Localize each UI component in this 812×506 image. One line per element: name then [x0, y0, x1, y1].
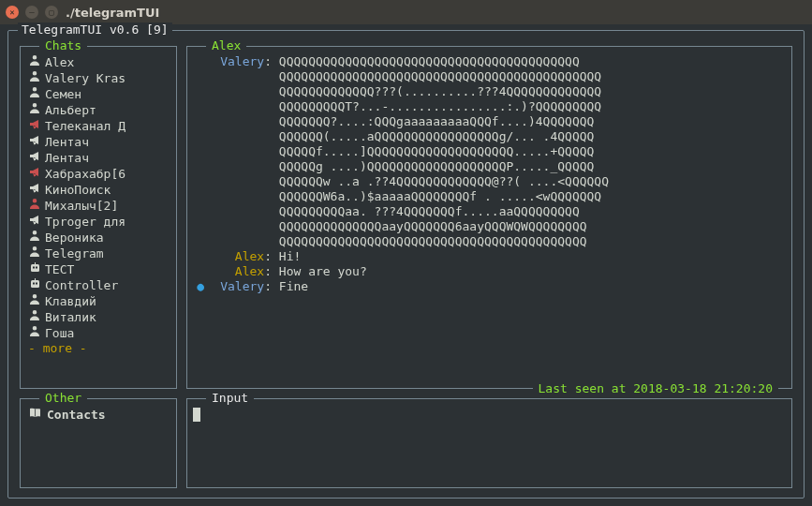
- chat-list-item[interactable]: Клавдий: [26, 293, 170, 309]
- message-line: QQQQQQQQQQQQQQQQQQQQQQQQQQQQQQQQQQQQQQQQ…: [197, 234, 782, 249]
- message-line: QQQQQQQQQQQQQ???(..........???4QQQQQQQQQ…: [197, 84, 782, 99]
- message-input[interactable]: [193, 407, 786, 422]
- message-sender: Alex: [235, 264, 264, 278]
- mega-icon: [28, 118, 41, 134]
- message-body: QQQQQQw ..a .??4QQQQQQQQQQQQQ@??( ....<Q…: [272, 174, 609, 189]
- chat-list-item-label: Клавдий: [45, 294, 96, 309]
- terminal-area: TelegramTUI v0.6 [9] Chats AlexValery Kr…: [0, 24, 812, 506]
- mega-icon: [28, 134, 41, 150]
- chat-list-item[interactable]: Tproger для: [26, 214, 170, 230]
- chats-panel-label: Chats: [39, 38, 87, 53]
- unread-dot-icon: [197, 159, 206, 174]
- chat-list-item[interactable]: Valery Kras: [26, 70, 170, 86]
- unread-dot-icon: ●: [197, 279, 206, 294]
- robot-icon: [28, 261, 41, 277]
- message-body: Hi!: [272, 249, 301, 264]
- chat-list-item[interactable]: Alex: [26, 54, 170, 70]
- svg-rect-3: [35, 262, 36, 264]
- chat-list-item[interactable]: Телеканал Д: [26, 118, 170, 134]
- chat-list-item[interactable]: Controller: [26, 277, 170, 293]
- unread-dot-icon: [197, 204, 206, 219]
- svg-rect-2: [36, 267, 37, 269]
- message-line: QQQQQQQQQQQQQQaayQQQQQQQ6aayQQQWQWQQQQQQ…: [197, 219, 782, 234]
- window-maximize-icon[interactable]: ▢: [45, 6, 58, 19]
- chat-list-item-label: ТЕСТ: [45, 262, 74, 277]
- chat-list-item-label: Telegram: [45, 246, 104, 261]
- message-body: How are you?: [272, 264, 367, 279]
- mega-icon: [28, 166, 41, 182]
- message-body: QQQQQQ(.....aQQQQQQQQQQQQQQQQQg/... .4QQ…: [272, 129, 594, 144]
- message-line: QQQQQQw ..a .??4QQQQQQQQQQQQQ@??( ....<Q…: [197, 174, 782, 189]
- svg-rect-4: [31, 280, 39, 288]
- message-sender: Valery: [220, 279, 264, 293]
- message-line: QQQQQg ....)QQQQQQQQQQQQQQQQQQQP....._QQ…: [197, 159, 782, 174]
- unread-dot-icon: [197, 234, 206, 249]
- chat-list-item[interactable]: Лентач: [26, 150, 170, 166]
- message-line: QQQQQQW6a..)$aaaaaQQQQQQQQf . .....<wQQQ…: [197, 189, 782, 204]
- window-close-icon[interactable]: ✕: [6, 6, 19, 19]
- svg-rect-7: [35, 278, 36, 280]
- chat-list-item[interactable]: Михалыч[2]: [26, 198, 170, 214]
- chat-list-item-label: Alex: [45, 55, 74, 70]
- chat-list-item[interactable]: ТЕСТ: [26, 261, 170, 277]
- message-body: QQQQQQQQQaa. ???4QQQQQQQf.....aaQQQQQQQQ…: [272, 204, 580, 219]
- other-item-label: Contacts: [47, 408, 106, 423]
- unread-dot-icon: [197, 54, 206, 69]
- window-titlebar: ✕ – ▢ ./telegramTUI: [0, 0, 812, 24]
- person-icon: [28, 309, 41, 325]
- unread-dot-icon: [197, 84, 206, 99]
- unread-dot-icon: [197, 69, 206, 84]
- message-body: QQQQQQQQQQQQQQQQQQQQQQQQQQQQQQQQQQQQQQQQ…: [272, 54, 580, 69]
- chat-list-item-label: Лентач: [45, 135, 89, 150]
- message-body: QQQQQQQQQQQQQ???(..........???4QQQQQQQQQ…: [272, 84, 601, 99]
- message-body: QQQQQQQQQQQQQQQQQQQQQQQQQQQQQQQQQQQQQQQQ…: [272, 234, 587, 249]
- chat-list-item-label: Семен: [45, 87, 81, 102]
- message-line: QQQQQQQQQQQQQQQQQQQQQQQQQQQQQQQQQQQQQQQQ…: [197, 69, 782, 84]
- other-list-item[interactable]: Contacts: [26, 407, 170, 423]
- chat-list-item[interactable]: Альберт: [26, 102, 170, 118]
- input-panel: Input: [186, 398, 792, 488]
- window-minimize-icon[interactable]: –: [25, 6, 38, 19]
- person-icon: [28, 325, 41, 341]
- other-panel: Other Contacts: [20, 398, 177, 488]
- unread-dot-icon: [197, 219, 206, 234]
- message-log: Valery: QQQQQQQQQQQQQQQQQQQQQQQQQQQQQQQQ…: [193, 54, 786, 294]
- chat-list-item[interactable]: Виталик: [26, 309, 170, 325]
- chats-more[interactable]: - more -: [26, 341, 170, 356]
- message-body: QQQQQQQQQT?...-................:.)?QQQQQ…: [272, 99, 601, 114]
- unread-dot-icon: [197, 99, 206, 114]
- last-seen-status: Last seen at 2018-03-18 21:20:20: [533, 381, 778, 396]
- person-icon: [28, 54, 41, 70]
- chat-list-item-label: Controller: [45, 278, 118, 293]
- message-body: Fine: [272, 279, 308, 294]
- sender-separator: :: [264, 54, 272, 68]
- window-controls: ✕ – ▢: [6, 6, 58, 19]
- chats-panel: Chats AlexValery KrasСеменАльбертТелекан…: [20, 46, 177, 389]
- chat-list-item[interactable]: Семен: [26, 86, 170, 102]
- chat-list-item[interactable]: Telegram: [26, 246, 170, 261]
- input-cursor: [193, 408, 200, 422]
- message-sender: Valery: [220, 54, 264, 68]
- chat-list-item[interactable]: Лентач: [26, 134, 170, 150]
- message-line: Alex: How are you?: [197, 264, 782, 279]
- chats-list: AlexValery KrasСеменАльбертТелеканал ДЛе…: [26, 54, 170, 356]
- unread-dot-icon: [197, 129, 206, 144]
- person-icon: [28, 293, 41, 309]
- chat-list-item[interactable]: Гоша: [26, 325, 170, 341]
- message-line: QQQQQQQQQaa. ???4QQQQQQQf.....aaQQQQQQQQ…: [197, 204, 782, 219]
- chat-list-item[interactable]: Вероника: [26, 230, 170, 246]
- chat-list-item-label: Valery Kras: [45, 71, 125, 86]
- chat-list-item-label: Альберт: [45, 103, 96, 118]
- sender-separator: :: [264, 279, 272, 293]
- message-line: QQQQQQ(.....aQQQQQQQQQQQQQQQQQg/... .4QQ…: [197, 129, 782, 144]
- chat-list-item[interactable]: КиноПоиск: [26, 182, 170, 198]
- chat-list-item-label: Телеканал Д: [45, 119, 125, 134]
- chat-list-item[interactable]: Хабрахабр[6: [26, 166, 170, 182]
- app-header: TelegramTUI v0.6 [9]: [18, 22, 172, 37]
- message-body: QQQQQQQQQQQQQQQQQQQQQQQQQQQQQQQQQQQQQQQQ…: [272, 69, 601, 84]
- chat-list-item-label: КиноПоиск: [45, 183, 111, 198]
- chat-list-item-label: Вероника: [45, 231, 104, 246]
- message-line: Valery: QQQQQQQQQQQQQQQQQQQQQQQQQQQQQQQQ…: [197, 54, 782, 69]
- person-icon: [28, 230, 41, 246]
- unread-dot-icon: [197, 114, 206, 129]
